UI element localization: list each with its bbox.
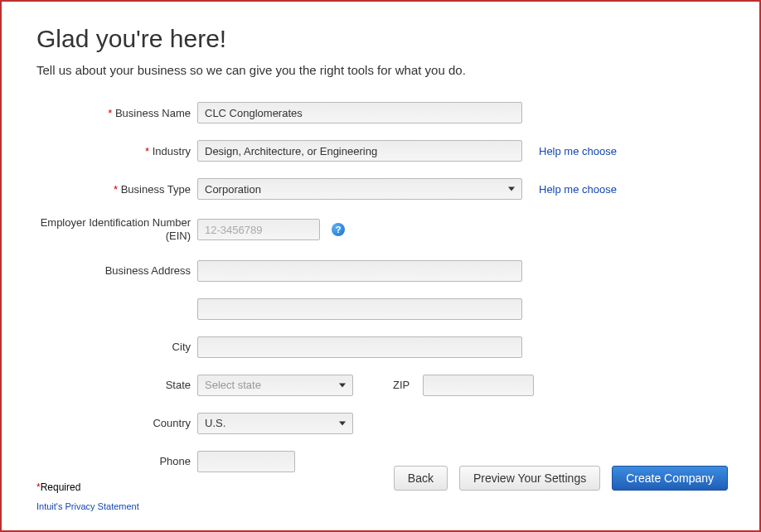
- row-industry: * Industry Help me choose: [36, 140, 725, 162]
- label-ein: Employer Identification Number (EIN): [36, 216, 197, 244]
- phone-input[interactable]: [197, 451, 295, 472]
- industry-input[interactable]: [197, 140, 522, 162]
- row-ein: Employer Identification Number (EIN) ?: [36, 216, 725, 244]
- help-link-industry[interactable]: Help me choose: [539, 145, 617, 157]
- required-star: *: [114, 183, 121, 196]
- row-business-address: Business Address: [36, 260, 725, 282]
- state-select[interactable]: Select state: [197, 375, 353, 396]
- label-zip: ZIP: [393, 379, 410, 391]
- chevron-down-icon: [339, 383, 346, 387]
- country-select[interactable]: U.S.: [197, 413, 353, 434]
- ein-input[interactable]: [197, 219, 320, 240]
- label-industry: * Industry: [36, 145, 197, 157]
- footer-left: *Required Intuit's Privacy Statement: [36, 481, 139, 512]
- label-city: City: [36, 341, 197, 353]
- chevron-down-icon: [339, 421, 346, 425]
- label-phone: Phone: [36, 455, 197, 467]
- required-star: *: [145, 145, 153, 157]
- preview-settings-button[interactable]: Preview Your Settings: [459, 466, 600, 491]
- city-input[interactable]: [197, 336, 522, 358]
- business-address1-input[interactable]: [197, 260, 522, 282]
- content-area: Glad you're here! Tell us about your bus…: [2, 2, 759, 472]
- label-business-address: Business Address: [36, 264, 197, 277]
- chevron-down-icon: [508, 187, 515, 191]
- back-button[interactable]: Back: [394, 466, 448, 491]
- help-link-business-type[interactable]: Help me choose: [539, 183, 617, 196]
- label-country: Country: [36, 417, 197, 429]
- row-business-address2: [36, 298, 725, 320]
- required-star: *: [108, 107, 115, 119]
- required-note: *Required: [36, 481, 139, 493]
- business-type-select[interactable]: Corporation: [197, 178, 522, 200]
- privacy-link[interactable]: Intuit's Privacy Statement: [36, 501, 139, 511]
- row-country: Country U.S.: [36, 413, 725, 434]
- page-title: Glad you're here!: [36, 25, 725, 53]
- create-company-button[interactable]: Create Company: [612, 466, 728, 491]
- row-business-type: * Business Type Corporation Help me choo…: [36, 178, 725, 200]
- label-state: State: [36, 379, 197, 391]
- label-business-type: * Business Type: [36, 183, 197, 196]
- row-business-name: * Business Name: [36, 102, 725, 123]
- setup-window: Glad you're here! Tell us about your bus…: [0, 0, 761, 532]
- help-icon[interactable]: ?: [332, 223, 345, 236]
- row-state-zip: State Select state ZIP: [36, 375, 725, 396]
- zip-input[interactable]: [423, 375, 534, 396]
- row-city: City: [36, 336, 725, 358]
- page-subtitle: Tell us about your business so we can gi…: [36, 63, 725, 77]
- footer-buttons: Back Preview Your Settings Create Compan…: [394, 466, 728, 491]
- business-address2-input[interactable]: [197, 298, 522, 320]
- label-business-name: * Business Name: [36, 107, 197, 119]
- business-name-input[interactable]: [197, 102, 522, 123]
